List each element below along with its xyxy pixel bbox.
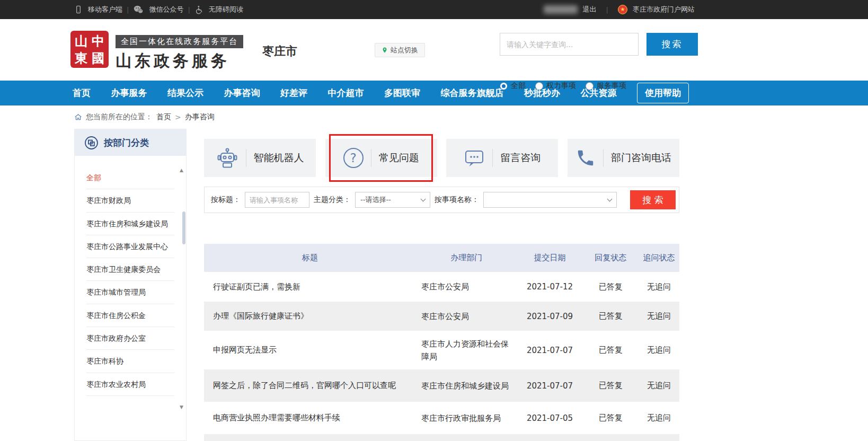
scroll-up-arrow-icon[interactable]: ▲	[180, 168, 183, 173]
logo-text-block: 全国一体化在线政务服务平台 山东政务服务	[116, 35, 243, 72]
radio-selected-icon	[500, 82, 508, 90]
topbar-accessibility[interactable]: 无障碍阅读	[194, 5, 243, 14]
item-name-select[interactable]	[483, 192, 617, 208]
table-row[interactable]: 办理《国际旅行健康证书》 枣庄市公安局 2021-07-09 已答复 无追问	[204, 302, 679, 331]
shandong-seal-logo: 山 中 東 國	[70, 31, 109, 68]
cell-followup-status: 无追问	[639, 381, 679, 391]
topbar-mobile-client[interactable]: 移动客户端	[74, 5, 122, 14]
radio-label: 权力事项	[546, 81, 576, 91]
table-row[interactable]: 网签之后，除了合同二维码，官网哪个入口可以查呢 枣庄市住房和城乡建设局 2021…	[204, 369, 679, 402]
table-header-row: 标题 办理部门 提交日期 回复状态 追问状态	[204, 244, 679, 272]
sidebar-item[interactable]: 枣庄市住房公积金	[86, 304, 174, 327]
nav-item-help[interactable]: 使用帮助	[637, 83, 689, 103]
cell-date: 2021-07-07	[517, 381, 583, 391]
tab-label: 常见问题	[379, 151, 419, 165]
portal-link[interactable]: 枣庄市政府门户网站	[633, 5, 695, 14]
tab-smart-robot[interactable]: 智能机器人	[204, 139, 316, 177]
cell-title[interactable]: 申报网页无法显示	[204, 345, 416, 355]
cell-title[interactable]: 网签之后，除了合同二维码，官网哪个入口可以查呢	[204, 381, 416, 391]
radio-service-items[interactable]: 服务事项	[586, 81, 626, 91]
robot-icon	[216, 147, 238, 169]
breadcrumb-home-link[interactable]: 首页	[156, 112, 171, 122]
nav-item-flagship-store[interactable]: 综合服务旗舰店	[441, 87, 504, 99]
cell-reply-status: 已答复	[583, 345, 639, 355]
cell-title[interactable]: 行驶证副页已满，需换新	[204, 282, 416, 292]
filter-item-label: 按事项名称：	[435, 195, 479, 205]
tab-label: 部门咨询电话	[611, 151, 671, 165]
breadcrumb: 您当前所在的位置： 首页 > 办事咨询	[0, 105, 868, 129]
sidebar-item[interactable]: 枣庄市公路事业发展中心	[86, 235, 174, 258]
breadcrumb-label: 您当前所在的位置：	[86, 112, 153, 122]
keyword-search-input[interactable]	[500, 33, 638, 55]
masked-username	[544, 5, 578, 14]
wechat-label: 微信公众号	[149, 5, 183, 14]
accessibility-icon	[194, 5, 203, 14]
cell-department: 枣庄市人力资源和社会保障局	[416, 338, 517, 363]
filter-title-label: 按标题：	[211, 195, 241, 205]
table-row[interactable]: 申报网页无法显示 枣庄市人力资源和社会保障局 2021-07-07 已答复 无追…	[204, 331, 679, 369]
faq-table: 标题 办理部门 提交日期 回复状态 追问状态 行驶证副页已满，需换新 枣庄市公安…	[204, 244, 679, 441]
radio-label: 全部	[511, 81, 526, 91]
cell-title[interactable]: 电商营业执照办理需要哪些材料手续	[204, 413, 416, 423]
radio-all[interactable]: 全部	[500, 81, 526, 91]
national-emblem-icon: ★	[618, 5, 627, 14]
filter-search-button[interactable]: 搜 索	[630, 190, 676, 209]
cell-followup-status: 无追问	[639, 282, 679, 292]
home-icon	[74, 113, 82, 121]
site-header: 山 中 東 國 全国一体化在线政务服务平台 山东政务服务 枣庄市 站点切换 搜索…	[0, 19, 868, 81]
sidebar-header-title: 按部门分类	[104, 137, 149, 149]
cell-date: 2021-07-09	[517, 312, 583, 321]
divider	[492, 149, 493, 167]
nav-item-home[interactable]: 首页	[73, 87, 91, 99]
sidebar-scrollbar-thumb[interactable]	[182, 211, 185, 244]
cell-followup-status: 无追问	[639, 413, 679, 423]
department-sidebar: 按部门分类 全部 枣庄市财政局 枣庄市住房和城乡建设局 枣庄市公路事业发展中心 …	[74, 129, 187, 441]
table-row[interactable]: 电商营业执照办理需要哪些材料手续 枣庄市行政审批服务局 2021-07-05 已…	[204, 402, 679, 434]
top-utility-bar: 移动客户端 | 微信公众号 | 无障碍阅读 退出 | ★ 枣庄市政府门户网站	[0, 0, 868, 19]
divider	[603, 149, 604, 167]
chevron-down-icon	[607, 196, 613, 201]
accessibility-label: 无障碍阅读	[209, 5, 243, 14]
header-search-button[interactable]: 搜索	[646, 33, 698, 56]
chevron-down-icon	[421, 196, 426, 201]
tab-message-consult[interactable]: 留言咨询	[446, 139, 558, 177]
site-switch-button[interactable]: 站点切换	[375, 43, 425, 57]
nav-item-multi-plan-review[interactable]: 多图联审	[384, 87, 420, 99]
consult-tabs: 智能机器人 ? 常见问题 留言咨询 部门咨询电话	[204, 139, 679, 177]
nav-item-agency-market[interactable]: 中介超市	[328, 87, 364, 99]
sidebar-item[interactable]: 枣庄市政府办公室	[86, 327, 174, 350]
tab-faq[interactable]: ? 常见问题	[325, 139, 437, 177]
sidebar-item[interactable]: 枣庄市住房和城乡建设局	[86, 213, 174, 235]
cell-date: 2021-07-07	[517, 346, 583, 355]
divider	[371, 149, 371, 167]
cell-title[interactable]: 办理《国际旅行健康证书》	[204, 311, 416, 321]
tab-phone-consult[interactable]: 部门咨询电话	[568, 139, 679, 177]
faq-filter-bar: 按标题： 主题分类： --请选择-- 按事项名称： 搜 索	[204, 187, 679, 213]
radio-power-items[interactable]: 权力事项	[535, 81, 576, 91]
filter-title-input[interactable]	[245, 192, 309, 208]
topic-select[interactable]: --请选择--	[355, 192, 430, 208]
seal-char: 山	[73, 33, 90, 50]
sidebar-item[interactable]: 枣庄市卫生健康委员会	[86, 258, 174, 281]
site-switch-label: 站点切换	[391, 46, 418, 55]
radio-unselected-icon	[586, 82, 594, 90]
logout-link[interactable]: 退出	[583, 5, 597, 14]
table-row[interactable]: 行驶证副页已满，需换新 枣庄市公安局 2021-07-12 已答复 无追问	[204, 272, 679, 302]
nav-item-services[interactable]: 办事服务	[111, 87, 147, 99]
nav-item-consultation[interactable]: 办事咨询	[224, 87, 260, 99]
nav-item-results-publicity[interactable]: 结果公示	[167, 87, 203, 99]
message-icon	[464, 148, 485, 168]
nav-item-evaluation[interactable]: 好差评	[280, 87, 307, 99]
filter-topic-label: 主题分类：	[314, 195, 351, 205]
header-reply-status: 回复状态	[583, 253, 639, 263]
platform-badge: 全国一体化在线政务服务平台	[116, 35, 243, 48]
divider: |	[606, 6, 608, 14]
sidebar-item[interactable]: 枣庄市城市管理局	[86, 281, 174, 304]
scroll-down-arrow-icon[interactable]: ▼	[180, 405, 183, 410]
sidebar-item[interactable]: 枣庄市农业农村局	[86, 373, 174, 396]
sidebar-item[interactable]: 枣庄市财政局	[86, 189, 174, 212]
topbar-wechat[interactable]: 微信公众号	[133, 5, 183, 14]
sidebar-item[interactable]: 枣庄市科协	[86, 350, 174, 373]
sidebar-item-all[interactable]: 全部	[86, 166, 174, 189]
table-row-partial	[204, 434, 679, 441]
